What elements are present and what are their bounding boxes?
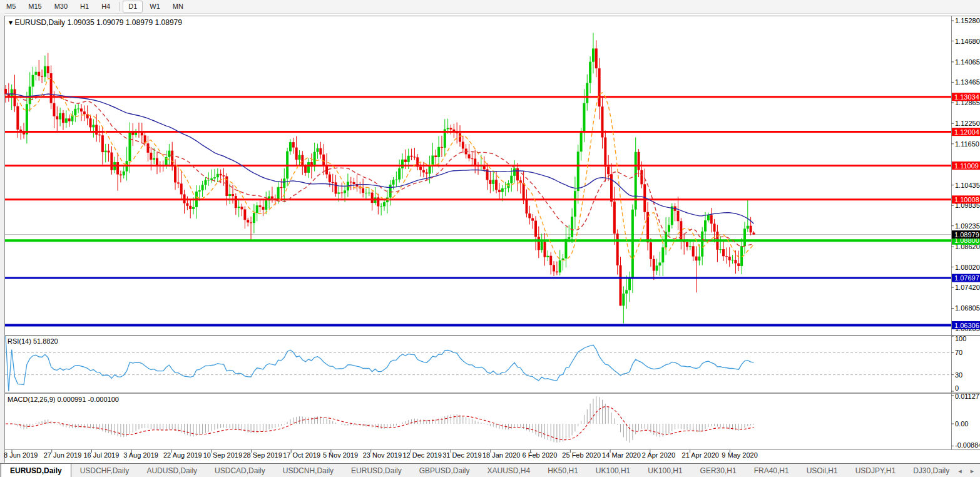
svg-text:1.08979: 1.08979 <box>954 231 979 238</box>
svg-text:1.14680: 1.14680 <box>955 38 980 45</box>
svg-text:2 Apr 2020: 2 Apr 2020 <box>642 451 675 459</box>
svg-text:14 Mar 2020: 14 Mar 2020 <box>602 451 641 459</box>
chart-tab-xauusd-h4[interactable]: XAUUSD,H4 <box>478 464 539 477</box>
candles-layer <box>4 33 755 324</box>
svg-text:25 Feb 2020: 25 Feb 2020 <box>562 451 601 459</box>
svg-text:6 Feb 2020: 6 Feb 2020 <box>523 451 558 459</box>
rsi-indicator-label: RSI(14) 51.8820 <box>8 337 58 345</box>
svg-text:21 Apr 2020: 21 Apr 2020 <box>682 451 719 459</box>
svg-text:1.12250: 1.12250 <box>955 120 980 127</box>
svg-text:0: 0 <box>955 384 959 392</box>
svg-text:1.07697: 1.07697 <box>954 274 979 282</box>
svg-text:17 Oct 2019: 17 Oct 2019 <box>283 451 320 459</box>
chart-tab-usdjpy-h1[interactable]: USDJPY,H1 <box>847 464 904 477</box>
svg-text:31 Dec 2019: 31 Dec 2019 <box>442 451 481 459</box>
chart-title-ohlc: 1.09035 1.09079 1.08979 1.08979 <box>67 18 182 27</box>
svg-text:1.11650: 1.11650 <box>955 140 979 148</box>
chart-tab-gbpusd-daily[interactable]: GBPUSD,Daily <box>411 464 479 477</box>
svg-text:1.06306: 1.06306 <box>954 322 979 329</box>
chart-tab-uk100-h1[interactable]: UK100,H1 <box>587 464 639 477</box>
price-axis[interactable]: 1.152801.146801.140651.134651.128651.122… <box>951 17 980 449</box>
svg-text:1.15280: 1.15280 <box>955 17 980 24</box>
svg-text:12 Dec 2019: 12 Dec 2019 <box>402 451 441 459</box>
chart-title-symbol: EURUSD,Daily <box>14 18 65 27</box>
svg-text:0.011277: 0.011277 <box>955 392 980 400</box>
svg-text:1.13034: 1.13034 <box>954 93 979 101</box>
chart-tab-usdcnh-daily[interactable]: USDCNH,Daily <box>274 464 342 477</box>
svg-text:30: 30 <box>955 371 962 379</box>
date-axis[interactable]: 8 Jun 201927 Jun 201916 Jul 20193 Aug 20… <box>4 449 758 459</box>
svg-text:8 Jun 2019: 8 Jun 2019 <box>4 451 38 459</box>
chart-tab-eurusd-daily[interactable]: EURUSD,Daily <box>1 464 71 477</box>
svg-text:1.12004: 1.12004 <box>954 128 979 136</box>
chart-tab-uk100-h1[interactable]: UK100,H1 <box>639 464 691 477</box>
chart-tab-ger30-h1[interactable]: GER30,H1 <box>692 464 745 477</box>
svg-text:70: 70 <box>955 349 962 356</box>
svg-text:1.10008: 1.10008 <box>954 196 979 203</box>
macd-histogram <box>6 396 753 443</box>
svg-text:0.00: 0.00 <box>955 420 968 428</box>
svg-text:1.09235: 1.09235 <box>955 222 980 230</box>
svg-text:10 Sep 2019: 10 Sep 2019 <box>203 451 242 459</box>
svg-text:22 Aug 2019: 22 Aug 2019 <box>163 451 202 459</box>
svg-text:1.07420: 1.07420 <box>955 284 980 291</box>
mt4-terminal: { "toolbar": { "timeframes": ["M5","M15"… <box>0 0 980 477</box>
chart-tab-hk50-h1[interactable]: HK50,H1 <box>539 464 587 477</box>
svg-text:28 Sep 2019: 28 Sep 2019 <box>243 451 282 459</box>
svg-text:1.10435: 1.10435 <box>955 182 980 189</box>
svg-text:5 Nov 2019: 5 Nov 2019 <box>323 451 358 459</box>
tabs-scroll-left-icon[interactable]: ◂ <box>958 467 962 475</box>
svg-text:9 May 2020: 9 May 2020 <box>722 451 757 459</box>
svg-text:23 Nov 2019: 23 Nov 2019 <box>363 451 402 459</box>
rsi-line <box>6 336 754 391</box>
svg-text:1.14065: 1.14065 <box>955 58 980 66</box>
svg-text:-0.008845: -0.008845 <box>955 441 980 449</box>
macd-indicator-label: MACD(12,26,9) 0.000991 -0.000100 <box>8 396 119 403</box>
svg-text:1.06805: 1.06805 <box>955 304 980 312</box>
svg-text:27 Jun 2019: 27 Jun 2019 <box>44 451 82 459</box>
svg-text:100: 100 <box>955 335 966 342</box>
chart-tab-usdcad-daily[interactable]: USDCAD,Daily <box>206 464 274 477</box>
svg-text:1.11009: 1.11009 <box>954 162 979 170</box>
symbol-dropdown-icon[interactable]: ▾ <box>9 18 13 27</box>
chart-tab-fra40-h1[interactable]: FRA40,H1 <box>745 464 798 477</box>
tabs-scroll-right-icon[interactable]: ▸ <box>971 467 974 475</box>
chart-tab-usoil-h1[interactable]: USOil,H1 <box>798 464 847 477</box>
chart-tab-eurusd-daily[interactable]: EURUSD,Daily <box>342 464 411 477</box>
chart-canvas[interactable]: 1.152801.146801.140651.134651.128651.122… <box>0 0 980 477</box>
svg-text:1.13465: 1.13465 <box>955 78 980 86</box>
chart-tab-usdchf-daily[interactable]: USDCHF,Daily <box>71 464 138 477</box>
chart-tab-bar: EURUSD,DailyUSDCHF,DailyAUDUSD,DailyUSDC… <box>0 463 980 477</box>
chart-tab-dj30-daily[interactable]: DJ30,Daily <box>904 464 958 477</box>
chart-title: ▾ EURUSD,Daily 1.09035 1.09079 1.08979 1… <box>9 18 182 27</box>
chart-tab-audusd-daily[interactable]: AUDUSD,Daily <box>138 464 206 477</box>
svg-text:18 Jan 2020: 18 Jan 2020 <box>482 451 521 459</box>
svg-text:16 Jul 2019: 16 Jul 2019 <box>83 451 119 459</box>
svg-text:3 Aug 2019: 3 Aug 2019 <box>123 451 158 459</box>
svg-text:1.08020: 1.08020 <box>955 264 980 271</box>
